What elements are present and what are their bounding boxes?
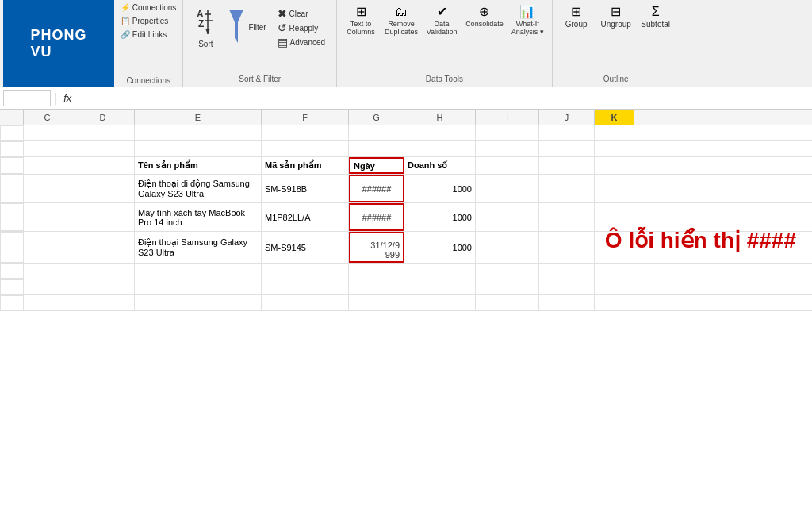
cell-date-header[interactable]: Ngày	[349, 157, 404, 174]
cell-j8[interactable]	[539, 279, 595, 294]
cell-code-1[interactable]: SM-S918B	[262, 175, 349, 202]
cell-k4[interactable]	[595, 175, 634, 202]
name-box[interactable]	[3, 90, 51, 106]
cell-i2[interactable]	[476, 141, 539, 156]
sort-az-button[interactable]: A Z Sort	[191, 3, 220, 52]
cell-j7[interactable]	[539, 264, 595, 279]
formula-sep: |	[54, 91, 57, 106]
clear-button[interactable]: ✖ Clear	[274, 6, 328, 21]
cell-k7[interactable]	[595, 264, 634, 279]
consolidate-button[interactable]: ⊕ Consolidate	[462, 3, 507, 30]
cell-e9[interactable]	[135, 295, 262, 310]
cell-product-code-header[interactable]: Mã sản phẩm	[262, 157, 349, 174]
cell-h8[interactable]	[404, 279, 476, 294]
cell-product-2[interactable]: Máy tính xách tay MacBook Pro 14 inch	[135, 203, 262, 231]
cell-d3[interactable]	[71, 157, 135, 174]
cell-revenue-header[interactable]: Doanh số	[404, 157, 476, 174]
cell-d8[interactable]	[71, 279, 135, 294]
cell-c4[interactable]	[24, 175, 71, 202]
cell-d2[interactable]	[71, 141, 135, 156]
cell-date-1[interactable]: ######	[349, 175, 404, 202]
cell-d9[interactable]	[71, 295, 135, 310]
cell-h7[interactable]	[404, 264, 476, 279]
cell-f9[interactable]	[262, 295, 349, 310]
formula-input[interactable]	[78, 91, 809, 106]
cell-c6[interactable]	[24, 232, 71, 263]
cell-j3[interactable]	[539, 157, 595, 174]
cell-g9[interactable]	[349, 295, 404, 310]
cell-j9[interactable]	[539, 295, 595, 310]
cell-g1[interactable]	[349, 125, 404, 140]
subtotal-button[interactable]: Σ Subtotal	[637, 3, 675, 31]
cell-c8[interactable]	[24, 279, 71, 294]
text-to-columns-button[interactable]: ⊞ Text toColumns	[342, 3, 380, 38]
cell-j4[interactable]	[539, 175, 595, 202]
cell-k9[interactable]	[595, 295, 634, 310]
cell-revenue-1[interactable]: 1000	[404, 175, 476, 202]
cell-k2[interactable]	[595, 141, 634, 156]
remove-duplicates-button[interactable]: 🗂 RemoveDuplicates	[381, 3, 421, 38]
cell-h9[interactable]	[404, 295, 476, 310]
cell-d5[interactable]	[71, 203, 135, 231]
cell-i3[interactable]	[476, 157, 539, 174]
cell-e8[interactable]	[135, 279, 262, 294]
cell-c7[interactable]	[24, 264, 71, 279]
cell-e2[interactable]	[135, 141, 262, 156]
cell-g2[interactable]	[349, 141, 404, 156]
cell-c3[interactable]	[24, 157, 71, 174]
cell-c5[interactable]	[24, 203, 71, 231]
cell-k3[interactable]	[595, 157, 634, 174]
col-header-g: G	[349, 110, 404, 125]
cell-e7[interactable]	[135, 264, 262, 279]
data-validation-button[interactable]: ✔ DataValidation	[423, 3, 461, 38]
cell-product-1[interactable]: Điện thoại di động Samsung Galaxy S23 Ul…	[135, 175, 262, 202]
group-button[interactable]: ⊞ Group	[557, 3, 596, 31]
cell-revenue-3[interactable]: 1000	[404, 232, 476, 263]
cell-i4[interactable]	[476, 175, 539, 202]
what-if-button[interactable]: 📊 What-IfAnalysis ▾	[508, 3, 547, 38]
cell-date-2[interactable]: ######	[349, 203, 404, 231]
cell-c9[interactable]	[24, 295, 71, 310]
cell-g8[interactable]	[349, 279, 404, 294]
cell-date-3[interactable]: 31/12/9999	[349, 232, 404, 263]
cell-k8[interactable]	[595, 279, 634, 294]
cell-c2[interactable]	[24, 141, 71, 156]
cell-g7[interactable]	[349, 264, 404, 279]
cell-f2[interactable]	[262, 141, 349, 156]
filter-button[interactable]: Filter	[223, 3, 270, 49]
cell-k1[interactable]	[595, 125, 634, 140]
reapply-button[interactable]: ↺ Reapply	[274, 21, 328, 35]
cell-h1[interactable]	[404, 125, 476, 140]
connections-item[interactable]: ⚡ Connections	[119, 2, 178, 13]
cell-i9[interactable]	[476, 295, 539, 310]
cell-j5[interactable]	[539, 203, 595, 231]
properties-item[interactable]: 📋 Properties	[119, 15, 178, 27]
cell-d4[interactable]	[71, 175, 135, 202]
cell-product-name-header[interactable]: Tên sản phẩm	[135, 157, 262, 174]
ungroup-button[interactable]: ⊟ Ungroup	[597, 3, 635, 31]
advanced-button[interactable]: ▤ Advanced	[274, 35, 328, 49]
cell-d6[interactable]	[71, 232, 135, 263]
cell-j2[interactable]	[539, 141, 595, 156]
cell-h2[interactable]	[404, 141, 476, 156]
cell-i5[interactable]	[476, 203, 539, 231]
cell-j6[interactable]	[539, 232, 595, 263]
cell-revenue-2[interactable]: 1000	[404, 203, 476, 231]
cell-f7[interactable]	[262, 264, 349, 279]
cell-i1[interactable]	[476, 125, 539, 140]
cell-d1[interactable]	[71, 125, 135, 140]
cell-e1[interactable]	[135, 125, 262, 140]
cell-code-2[interactable]: M1P82LL/A	[262, 203, 349, 231]
cell-c1[interactable]	[24, 125, 71, 140]
cell-code-3[interactable]: SM-S9145	[262, 232, 349, 263]
cell-i8[interactable]	[476, 279, 539, 294]
cell-f1[interactable]	[262, 125, 349, 140]
cell-i6[interactable]	[476, 232, 539, 263]
connections-section: ⚡ Connections 📋 Properties 🔗 Edit Links …	[114, 0, 183, 87]
cell-i7[interactable]	[476, 264, 539, 279]
cell-product-3[interactable]: Điện thoại Samsung Galaxy S23 Ultra	[135, 232, 262, 263]
cell-d7[interactable]	[71, 264, 135, 279]
cell-j1[interactable]	[539, 125, 595, 140]
edit-links-item[interactable]: 🔗 Edit Links	[119, 29, 178, 40]
cell-f8[interactable]	[262, 279, 349, 294]
